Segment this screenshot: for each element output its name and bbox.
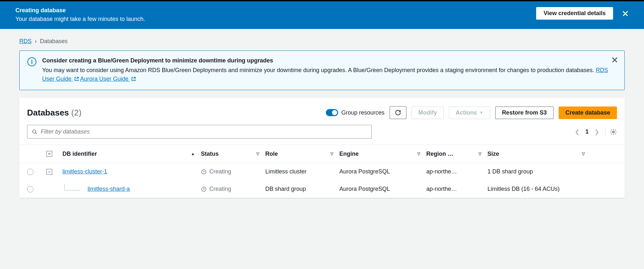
region-text: ap-northe… (426, 186, 457, 192)
info-icon: i (27, 57, 36, 66)
close-icon[interactable] (611, 57, 618, 63)
engine-text: Aurora PostgreSQL (339, 168, 390, 175)
aurora-user-guide-text: Aurora User Guide (80, 76, 130, 82)
banner-db-link[interactable]: limitless-cluster-1 (67, 7, 117, 14)
view-credential-details-button[interactable]: View credential details (536, 7, 613, 20)
next-page-button[interactable]: ❯ (593, 127, 601, 137)
row-select-radio[interactable] (27, 186, 33, 192)
column-region[interactable]: Region … ▽ (426, 149, 488, 158)
column-db-identifier[interactable]: DB identifier ▲ (62, 149, 201, 158)
chevron-down-icon: ▼ (479, 110, 483, 115)
filter-databases-search[interactable] (27, 125, 372, 139)
info-body-text: You may want to consider using Amazon RD… (42, 67, 596, 73)
search-icon (32, 129, 38, 135)
clock-icon (201, 186, 207, 192)
blue-green-info-box: i Consider creating a Blue/Green Deploym… (19, 51, 625, 90)
databases-table: − DB identifier ▲ Status ▽ Role ▽ (19, 144, 625, 198)
sort-icon: ▽ (256, 152, 259, 156)
divider (605, 127, 605, 136)
sort-asc-icon: ▲ (191, 152, 195, 156)
group-resources-toggle-wrap: Group resources (326, 109, 384, 116)
actions-label: Actions (456, 109, 477, 116)
status-badge: Creating (201, 168, 265, 175)
column-status-label: Status (201, 151, 219, 157)
chevron-right-icon: › (35, 38, 37, 45)
banner-subtitle: Your database might take a few minutes t… (15, 16, 145, 23)
column-size-label: Size (488, 151, 499, 157)
collapse-all-button[interactable]: − (46, 151, 52, 157)
tree-indent (64, 184, 80, 190)
breadcrumb-current: Databases (40, 38, 68, 45)
creating-database-banner: Creating database limitless-cluster-1 Yo… (0, 0, 644, 29)
banner-title: Creating database limitless-cluster-1 (15, 7, 145, 14)
db-identifier-link[interactable]: limitless-cluster-1 (62, 168, 107, 175)
column-engine-label: Engine (339, 151, 359, 157)
sort-icon: ▽ (478, 152, 481, 156)
close-icon[interactable] (622, 10, 629, 17)
sort-icon: ▽ (330, 152, 333, 156)
databases-count: (2) (71, 108, 81, 117)
info-body: You may want to consider using Amazon RD… (42, 66, 617, 83)
pagination: ❮ 1 ❯ (573, 127, 617, 137)
status-text: Creating (209, 168, 231, 175)
role-text: Limitless cluster (265, 168, 307, 175)
sort-icon: ▽ (582, 152, 585, 156)
search-input[interactable] (41, 128, 367, 135)
column-status[interactable]: Status ▽ (201, 149, 265, 158)
row-select-radio[interactable] (27, 169, 33, 175)
modify-button[interactable]: Modify (412, 107, 444, 119)
column-role-label: Role (265, 151, 278, 157)
status-text: Creating (209, 186, 231, 192)
size-text: Limitless DB (16 - 64 ACUs) (488, 186, 560, 192)
current-page: 1 (585, 128, 589, 135)
svg-point-2 (612, 131, 614, 133)
restore-from-s3-button[interactable]: Restore from S3 (495, 107, 554, 119)
external-link-icon (131, 77, 136, 81)
prev-page-button[interactable]: ❮ (573, 127, 581, 137)
table-row: − limitless-cluster-1 Creating Limitless… (19, 163, 625, 181)
column-db-identifier-label: DB identifier (62, 151, 97, 157)
svg-point-0 (33, 130, 36, 133)
region-text: ap-northe… (426, 168, 457, 175)
databases-title-text: Databases (27, 108, 69, 117)
external-link-icon (74, 77, 79, 81)
group-resources-toggle[interactable] (326, 109, 338, 116)
column-engine[interactable]: Engine ▽ (339, 149, 426, 158)
status-badge: Creating (201, 186, 265, 192)
info-heading: Consider creating a Blue/Green Deploymen… (42, 57, 617, 64)
settings-button[interactable] (610, 128, 617, 135)
refresh-icon (394, 109, 402, 116)
db-identifier-link[interactable]: limitless-shard-a (88, 186, 130, 192)
column-role[interactable]: Role ▽ (265, 149, 339, 158)
collapse-row-button[interactable]: − (46, 169, 52, 175)
banner-title-prefix: Creating database (15, 7, 67, 14)
actions-dropdown[interactable]: Actions ▼ (449, 107, 490, 119)
databases-panel: Databases (2) Group resources Modify Act… (19, 98, 625, 198)
column-size[interactable]: Size ▽ (488, 149, 591, 158)
svg-line-1 (35, 133, 37, 134)
column-region-label: Region … (426, 151, 453, 157)
gear-icon (610, 128, 617, 135)
clock-icon (201, 169, 207, 175)
refresh-button[interactable] (390, 106, 406, 119)
role-text: DB shard group (265, 186, 306, 192)
table-row: limitless-shard-a Creating DB shard grou… (19, 181, 625, 198)
page-title: Databases (2) (27, 108, 81, 118)
create-database-button[interactable]: Create database (559, 107, 617, 119)
group-resources-label: Group resources (341, 109, 384, 116)
aurora-user-guide-link[interactable]: Aurora User Guide (80, 76, 136, 82)
table-header: − DB identifier ▲ Status ▽ Role ▽ (19, 144, 625, 163)
breadcrumb-root-link[interactable]: RDS (19, 38, 32, 45)
size-text: 1 DB shard group (488, 168, 533, 175)
breadcrumb: RDS › Databases (0, 29, 644, 51)
engine-text: Aurora PostgreSQL (339, 186, 390, 192)
sort-icon: ▽ (417, 152, 420, 156)
